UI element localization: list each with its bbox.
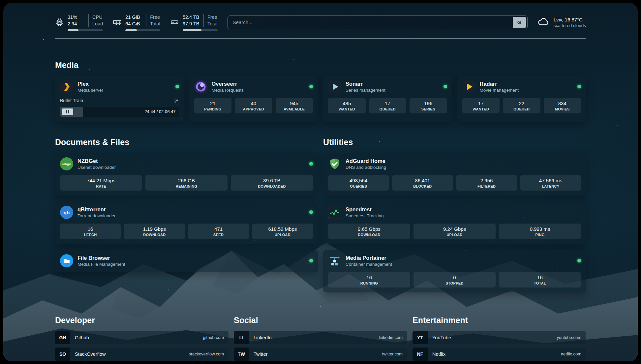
app-subtitle: Series management xyxy=(346,88,385,93)
plex-icon xyxy=(60,80,73,93)
memory-free: 21 GiB xyxy=(125,14,142,20)
stat-pending: 21 PENDING xyxy=(194,98,232,113)
stat-blocked: 86,401 BLOCKED xyxy=(392,175,453,191)
radarr-icon xyxy=(462,80,475,93)
search-input[interactable] xyxy=(233,19,513,25)
stat-queued: 17 QUEUED xyxy=(369,98,407,113)
plex-now-playing: Bullet Train 24:44 / 02:06:4 xyxy=(60,97,179,117)
sonarr-icon xyxy=(328,80,341,93)
section-title-media: Media xyxy=(55,60,586,70)
status-dot xyxy=(577,85,581,88)
weather-location: Lviv, 16.87°C xyxy=(554,17,586,22)
bookmark-name: Twitter xyxy=(254,351,268,357)
app-subtitle: Media server xyxy=(77,88,103,93)
qbittorrent-card[interactable]: qb qBittorrent Torrent downloader 16 LEE… xyxy=(55,201,318,244)
bookmark-youtube[interactable]: YT YouTube youtube.com xyxy=(412,331,586,344)
bookmark-abbr: YT xyxy=(412,331,428,344)
app-subtitle: Usenet downloader xyxy=(77,165,116,170)
speedtest-card[interactable]: Speedtest Speedtest Tracking 9.65 Gbps D… xyxy=(323,201,586,244)
memory-free-label: Free xyxy=(150,14,160,20)
disk-widget: 52.4 TB 97.9 TB Free Total xyxy=(170,14,218,31)
disk-total-label: Total xyxy=(207,20,218,27)
search-provider-button[interactable]: G xyxy=(513,17,526,28)
bookmark-abbr: LI xyxy=(234,331,249,344)
bookmark-abbr: TW xyxy=(234,348,249,361)
divider xyxy=(203,14,204,27)
overseerr-icon xyxy=(194,80,207,93)
sonarr-card[interactable]: Sonarr Series management 485 WANTED 17 Q… xyxy=(323,76,452,122)
stat-ping: 0.993 ms PING xyxy=(499,224,581,239)
bookmark-name: Netflix xyxy=(432,351,445,357)
disk-free: 52.4 TB xyxy=(183,14,200,20)
nzbget-icon: nzbget xyxy=(60,157,73,170)
bookmark-twitter[interactable]: TW Twitter twitter.com xyxy=(234,348,407,361)
social-column: Social LI LinkedIn linkedin.com TW Twitt… xyxy=(234,316,407,361)
stat-upload: 618.52 Mbps UPLOAD xyxy=(252,224,313,239)
filebrowser-card[interactable]: File Browser Media File Management xyxy=(55,250,318,272)
bookmark-name: StackOverflow xyxy=(75,351,106,357)
app-name: Plex xyxy=(77,81,103,87)
stat-remaining: 266 GB REMAINING xyxy=(145,175,228,191)
cpu-icon xyxy=(55,18,64,27)
portainer-crane-icon xyxy=(328,254,341,267)
gear-icon[interactable] xyxy=(172,97,179,104)
bookmark-url: twitter.com xyxy=(382,351,403,356)
bookmark-abbr: NF xyxy=(412,348,428,361)
weather-widget: Lviv, 16.87°C scattered clouds xyxy=(537,16,586,29)
overseerr-card[interactable]: Overseerr Media Requests 21 PENDING 40 A… xyxy=(189,76,318,122)
portainer-card[interactable]: Media Portainer Container management 16 … xyxy=(323,250,586,292)
stat-download: 1.19 Gbps DOWNLOAD xyxy=(124,224,185,239)
status-dot xyxy=(309,210,313,214)
stat-queries: 498,564 QUERIES xyxy=(328,175,389,191)
bookmark-linkedin[interactable]: LI LinkedIn linkedin.com xyxy=(234,331,407,344)
status-dot xyxy=(309,85,313,88)
developer-column: Developer GH Github github.com SO StackO… xyxy=(55,316,229,361)
stat-rate: 744.21 Mbps RATE xyxy=(60,175,142,191)
plex-card[interactable]: Plex Media server Bullet Train xyxy=(55,76,184,122)
radarr-card[interactable]: Radarr Movie management 17 WANTED 22 QUE… xyxy=(457,76,586,122)
divider xyxy=(146,14,146,27)
topbar: 31% 2.94 CPU Load xyxy=(55,14,586,31)
bookmark-url: youtube.com xyxy=(557,335,581,340)
pause-button[interactable] xyxy=(62,108,73,115)
cpu-load: 2.94 xyxy=(68,20,85,27)
status-dot xyxy=(175,85,179,88)
playback-progress-bar[interactable]: 24:44 / 02:06:47 xyxy=(60,107,179,117)
status-dot xyxy=(309,259,313,262)
stat-total: 16 TOTAL xyxy=(499,272,581,288)
app-subtitle: Speedtest Tracking xyxy=(346,213,384,218)
memory-total-label: Total xyxy=(150,20,160,27)
status-dot xyxy=(443,85,447,88)
disk-icon xyxy=(170,18,179,27)
bookmark-name: YouTube xyxy=(432,335,451,340)
app-subtitle: Container management xyxy=(346,262,392,267)
app-name: Overseerr xyxy=(212,81,244,87)
bookmark-url: netflix.com xyxy=(561,351,581,356)
header-divider xyxy=(55,38,586,39)
memory-icon xyxy=(113,18,122,27)
bookmark-url: linkedin.com xyxy=(379,335,403,340)
bookmark-netflix[interactable]: NF Netflix netflix.com xyxy=(412,348,586,361)
app-name: Speedtest xyxy=(346,206,384,213)
app-name: File Browser xyxy=(77,255,125,261)
system-stats: 31% 2.94 CPU Load xyxy=(55,14,218,31)
cloud-icon xyxy=(537,16,549,29)
memory-progress-bar xyxy=(125,29,160,31)
stat-latency: 47.569 ms LATENCY xyxy=(520,175,581,191)
snow-particles xyxy=(43,39,44,40)
cpu-widget: 31% 2.94 CPU Load xyxy=(55,14,103,31)
bookmark-stackoverflow[interactable]: SO StackOverflow stackoverflow.com xyxy=(55,348,229,361)
app-subtitle: DNS and adblocking xyxy=(346,165,386,170)
adguard-shield-icon xyxy=(328,157,341,170)
app-name: Radarr xyxy=(480,81,519,87)
memory-widget: 21 GiB 64 GiB Free Total xyxy=(113,14,160,31)
bookmark-github[interactable]: GH Github github.com xyxy=(55,331,229,344)
app-name: Sonarr xyxy=(346,81,385,87)
nzbget-card[interactable]: nzbget NZBGet Usenet downloader 744.21 M… xyxy=(55,153,318,196)
svg-text:nzbget: nzbget xyxy=(62,163,72,166)
app-name: Media Portainer xyxy=(346,255,392,261)
stat-downloaded: 39.6 TB DOWNLOADED xyxy=(231,175,313,191)
section-title-utilities: Utilities xyxy=(323,137,586,147)
stat-approved: 40 APPROVED xyxy=(235,98,272,113)
adguard-card[interactable]: AdGuard Home DNS and adblocking 498,564 … xyxy=(323,153,586,196)
